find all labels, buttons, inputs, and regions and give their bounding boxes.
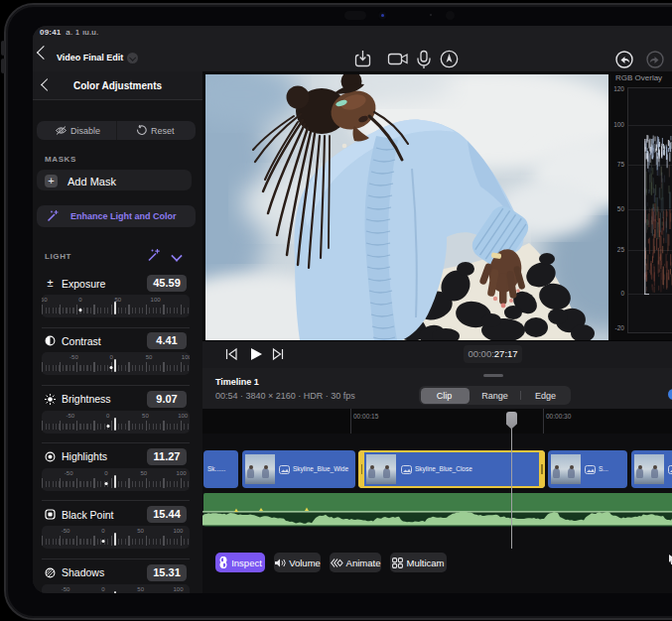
svg-text:±: ±	[47, 278, 53, 289]
